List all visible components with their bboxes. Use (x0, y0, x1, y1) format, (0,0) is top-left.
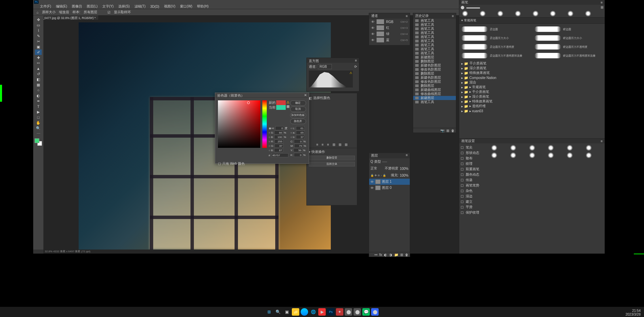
photoshop-icon[interactable]: Ps (327, 308, 335, 316)
color-lib-button[interactable]: 颜色库 (290, 119, 306, 124)
remove-bg-button[interactable]: 删除背景 (309, 156, 355, 160)
trash-icon[interactable]: 🗑 (451, 129, 455, 132)
menu-layer[interactable]: 图层(L) (87, 4, 98, 9)
search-icon[interactable]: 🔍 (274, 308, 282, 316)
brush-folder[interactable]: ▸ 📁Composite Nation (459, 75, 605, 80)
hand-tool[interactable]: ✋ (35, 120, 42, 125)
panel-menu-icon[interactable]: ≡ (355, 59, 357, 62)
channel-row[interactable]: 👁RGBCtrl+2 (369, 19, 410, 25)
hex-input[interactable] (271, 153, 288, 157)
brush-folder[interactable]: ▸ 📁特殊效果画笔 (459, 71, 605, 75)
menu-filter[interactable]: 滤镜(T) (135, 4, 146, 9)
g-input[interactable] (275, 144, 283, 148)
visibility-icon[interactable]: 👁 (371, 20, 375, 24)
brush-folder[interactable]: ▸ 📁湿介质画笔 (459, 66, 605, 71)
panel-menu-icon[interactable]: ≡ (406, 153, 408, 158)
history-brush-tool[interactable]: ↺ (35, 71, 42, 77)
eraser-tool[interactable]: ◧ (35, 77, 42, 82)
checkbox[interactable]: ☐ (461, 205, 464, 209)
visibility-icon[interactable]: 👁 (370, 180, 374, 184)
dodge-tool[interactable]: ◐ (35, 93, 42, 98)
new-icon[interactable]: ⊞ (400, 253, 403, 256)
brush-setting-row[interactable]: ☐保护纹理 (461, 210, 488, 215)
history-item[interactable]: 画笔工具 (413, 51, 456, 55)
fx-icon[interactable]: fx (379, 253, 382, 256)
checkbox[interactable]: ☐ (461, 173, 464, 177)
gamut-warning-icon[interactable]: ⚠ (286, 100, 289, 104)
y-input[interactable] (294, 148, 302, 152)
history-item[interactable]: 新建图层 (413, 55, 456, 59)
b-input[interactable] (274, 135, 283, 139)
history-item[interactable]: 修改色阶图层 (413, 80, 456, 84)
select-subject-button[interactable]: 选择主体 (309, 162, 355, 166)
align-icon[interactable]: ≡ (327, 143, 329, 146)
task-view-icon[interactable]: ▣ (283, 308, 290, 316)
brush-folder[interactable]: ▸ 📁干介质画笔 (459, 61, 605, 66)
align-icon[interactable]: ≡ (322, 143, 324, 146)
checkbox[interactable]: ☐ (461, 167, 464, 171)
new-doc-icon[interactable]: ⊞ (446, 129, 449, 132)
checkbox[interactable]: ☐ (461, 184, 464, 187)
menu-window[interactable]: 窗口(W) (180, 4, 192, 9)
frame-tool[interactable]: ▣ (35, 44, 42, 49)
brush-preset[interactable]: 硬边圆压力不透明度和流量 (534, 52, 604, 60)
checkbox[interactable]: ☐ (461, 178, 464, 182)
history-item[interactable]: 画笔工具 (413, 35, 456, 39)
brush-preset[interactable]: 硬边圆 (534, 25, 604, 33)
m-input[interactable] (294, 144, 303, 148)
c-input[interactable] (294, 139, 303, 143)
quick-select-tool[interactable]: ✎ (35, 33, 42, 39)
wechat-icon[interactable]: 💬 (362, 308, 370, 316)
type-tool[interactable]: T (35, 104, 42, 109)
brush-setting-row[interactable]: ☐双重画笔 (461, 166, 488, 172)
brush-setting-row[interactable]: ☐杂色 (461, 188, 488, 194)
brush-tip[interactable] (497, 11, 503, 17)
s-input[interactable] (274, 131, 283, 135)
brush-tip[interactable] (567, 11, 573, 17)
history-item[interactable]: 画笔工具 (413, 39, 456, 43)
brush-setting-row[interactable]: ☐纹理 (461, 161, 488, 166)
brush-setting-row[interactable]: ☐建立 (461, 199, 488, 204)
menu-image[interactable]: 图像(I) (72, 4, 82, 9)
history-item[interactable]: 画笔工具 (413, 31, 456, 35)
brush-preset[interactable]: 硬边圆压力不透明度 (534, 43, 604, 51)
menu-select[interactable]: 选择(S) (118, 4, 129, 9)
layer-row[interactable]: 👁图层 1 (369, 179, 410, 185)
a-input[interactable] (296, 131, 305, 135)
heal-tool[interactable]: ✚ (35, 55, 42, 60)
opt-sample-value[interactable]: 所有图层 (84, 10, 97, 15)
path-select-tool[interactable]: ▶ (35, 109, 42, 115)
web-only-checkbox[interactable]: ☐ (218, 162, 221, 166)
blend-mode[interactable]: 正常 (370, 166, 377, 171)
visibility-icon[interactable]: 👁 (371, 26, 375, 30)
shape-tool[interactable]: □ (35, 115, 42, 120)
ok-button[interactable]: 确定 (290, 100, 306, 106)
brush-setting-row[interactable]: ☐湿边 (461, 194, 488, 199)
hist-channel-select[interactable]: RGB (318, 64, 332, 69)
align-icon[interactable]: ⊞ (345, 143, 347, 146)
visibility-icon[interactable]: 👁 (370, 186, 374, 190)
start-button[interactable]: ⊞ (265, 308, 273, 316)
panel-menu-icon[interactable]: ≡ (452, 14, 454, 18)
cancel-button[interactable]: 取消 (290, 106, 306, 112)
refresh-icon[interactable]: ⟳ (354, 65, 357, 68)
brush-folder[interactable]: ▸ 📁混合 (459, 80, 605, 85)
b2-input[interactable] (296, 135, 305, 139)
snapshot-icon[interactable]: 📷 (440, 129, 444, 132)
l-input[interactable] (296, 126, 305, 130)
menu-3d[interactable]: 3D(D) (150, 5, 159, 8)
history-item[interactable]: 画笔工具 (413, 23, 456, 27)
stamp-tool[interactable]: ▲ (35, 66, 42, 71)
app-icon[interactable]: ⬤ (354, 308, 361, 316)
explorer-icon[interactable]: 📁 (292, 308, 299, 316)
history-item[interactable]: 新建图层 (413, 96, 456, 100)
app-icon[interactable]: ▶ (318, 308, 326, 316)
opacity-value[interactable]: 100% (400, 167, 408, 171)
checkbox[interactable]: ☐ (461, 195, 464, 198)
brush-tip[interactable] (585, 11, 591, 17)
layer-filter[interactable]: Q 类型 (370, 159, 381, 164)
layer-thumb[interactable] (375, 185, 381, 190)
panel-menu-icon[interactable]: ≡ (601, 1, 603, 4)
brush-setting-row[interactable]: ☐散布 (461, 156, 488, 161)
crop-tool[interactable]: ✂ (35, 39, 42, 44)
